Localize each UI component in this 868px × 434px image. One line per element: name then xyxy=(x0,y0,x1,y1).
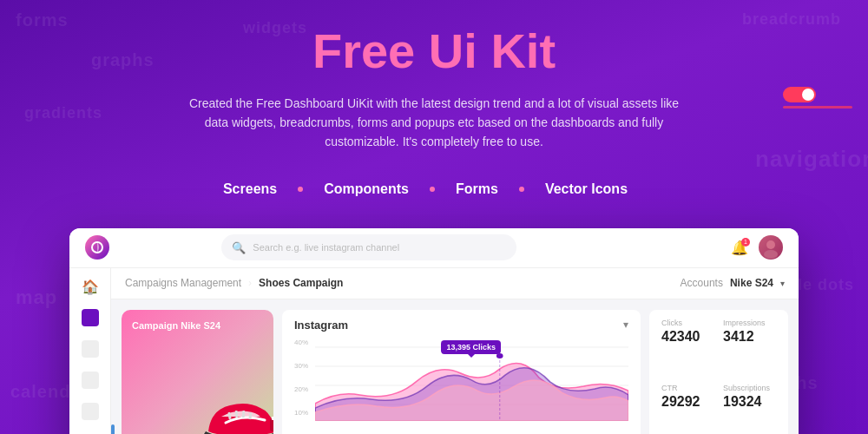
chart-tooltip: 13,395 Clicks xyxy=(441,340,501,354)
dashboard-main: 🏠 Campaigns Management › Shoes Campaign … xyxy=(69,268,799,434)
dashboard-panels: Campaign Nike S24 xyxy=(111,299,799,434)
dashboard-sidebar: 🏠 xyxy=(69,268,111,434)
sidebar-item-3[interactable] xyxy=(82,372,99,389)
page-title: Free Ui Kit xyxy=(312,24,556,78)
accounts-label: Accounts xyxy=(681,277,723,289)
svg-rect-9 xyxy=(272,417,273,420)
campaign-title: Campaign Nike S24 xyxy=(132,320,263,331)
stat-impressions-label: Impressions xyxy=(723,319,776,327)
stats-panel: Clicks 42340 Impressions 3412 CTR 29292 xyxy=(649,310,788,434)
stat-subscriptions: Subscriptions 19324 xyxy=(723,384,776,434)
chart-header: Instagram ▾ xyxy=(294,319,628,332)
breadcrumb-separator: › xyxy=(248,277,252,289)
sidebar-item-4[interactable] xyxy=(82,403,99,420)
blue-indicator-bar xyxy=(111,424,115,434)
chart-y-label-20: 20% xyxy=(294,385,308,393)
chart-y-label-30: 30% xyxy=(294,362,308,370)
stat-subscriptions-value: 19324 xyxy=(723,394,776,410)
tab-components[interactable]: Components xyxy=(306,176,426,202)
chart-area: 40% 30% 20% 10% 13,395 Clicks xyxy=(294,339,628,425)
chevron-down-icon: ▾ xyxy=(780,279,785,288)
accounts-value: Nike S24 xyxy=(730,277,773,289)
breadcrumb-parent: Campaigns Management xyxy=(125,277,241,289)
svg-point-2 xyxy=(764,250,778,259)
badge-count: 1 xyxy=(741,238,750,247)
stat-impressions-value: 3412 xyxy=(723,329,776,345)
svg-rect-8 xyxy=(270,418,273,431)
stat-clicks-value: 42340 xyxy=(661,329,714,345)
breadcrumb-bar: Campaigns Management › Shoes Campaign Ac… xyxy=(111,268,799,299)
home-icon[interactable]: 🏠 xyxy=(82,279,99,295)
shoe-image xyxy=(195,384,273,434)
stat-ctr-label: CTR xyxy=(661,384,714,392)
dashboard-preview: 🔍 Search e.g. live instagram channel 🔔 1 xyxy=(69,228,799,434)
chart-y-label-10: 10% xyxy=(294,409,308,417)
search-icon: 🔍 xyxy=(232,241,246,254)
stat-subscriptions-label: Subscriptions xyxy=(723,384,776,392)
tab-screens[interactable]: Screens xyxy=(223,176,294,202)
accounts-selector[interactable]: Accounts Nike S24 ▾ xyxy=(681,277,785,289)
campaign-card: Campaign Nike S24 xyxy=(122,310,273,434)
stat-ctr: CTR 29292 xyxy=(661,384,714,434)
nav-tabs: Screens Components Forms Vector Icons xyxy=(223,176,645,202)
search-bar[interactable]: 🔍 Search e.g. live instagram channel xyxy=(221,234,516,260)
dashboard-body: Campaigns Management › Shoes Campaign Ac… xyxy=(111,268,799,434)
search-placeholder: Search e.g. live instagram channel xyxy=(253,242,399,253)
sidebar-item-2[interactable] xyxy=(82,340,99,358)
stat-impressions: Impressions 3412 xyxy=(723,319,776,375)
stat-clicks-label: Clicks xyxy=(661,319,714,327)
nav-separator-3 xyxy=(519,187,524,192)
chart-y-label-40: 40% xyxy=(294,339,308,346)
breadcrumb-current: Shoes Campaign xyxy=(259,277,343,289)
nav-separator-1 xyxy=(298,187,303,192)
page-subtitle: Created the Free Dashboard UiKit with th… xyxy=(182,94,686,152)
stat-clicks: Clicks 42340 xyxy=(661,319,714,375)
chart-panel: Instagram ▾ 40% 30% 20% 10% xyxy=(282,310,641,434)
main-content: Free Ui Kit Created the Free Dashboard U… xyxy=(0,0,868,434)
dashboard-logo xyxy=(85,235,109,260)
user-avatar[interactable] xyxy=(759,235,783,260)
tab-forms[interactable]: Forms xyxy=(438,176,516,202)
svg-point-1 xyxy=(766,240,775,249)
sidebar-item-1[interactable] xyxy=(82,309,99,326)
notification-badge[interactable]: 🔔 1 xyxy=(731,240,748,256)
nav-separator-2 xyxy=(430,187,435,192)
tab-vector-icons[interactable]: Vector Icons xyxy=(528,176,645,202)
background: forms widgets graphs breadcrumb navigati… xyxy=(0,0,868,434)
dashboard-topbar: 🔍 Search e.g. live instagram channel 🔔 1 xyxy=(69,228,799,268)
chart-chevron-icon[interactable]: ▾ xyxy=(623,319,628,331)
chart-title: Instagram xyxy=(294,319,348,332)
topbar-right: 🔔 1 xyxy=(731,235,783,260)
stat-ctr-value: 29292 xyxy=(661,394,714,410)
